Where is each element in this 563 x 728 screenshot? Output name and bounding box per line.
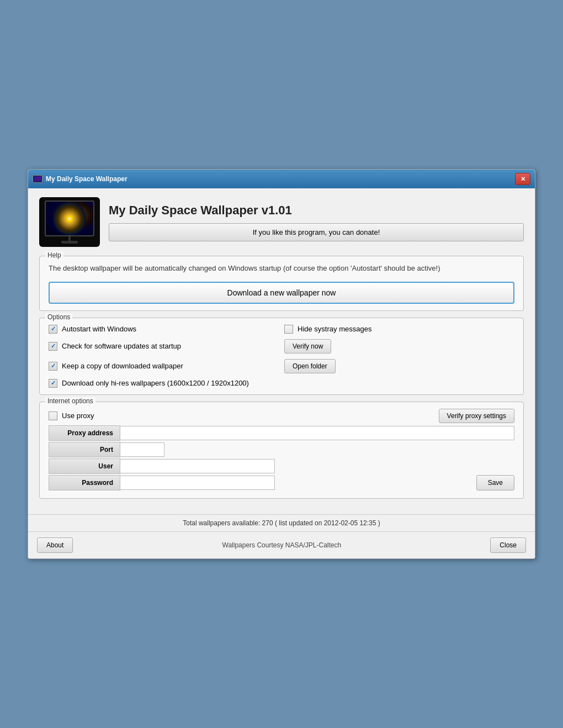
internet-section-label: Internet options — [45, 397, 95, 405]
status-text: Total wallpapers available: 270 ( list u… — [183, 519, 380, 527]
title-bar: My Daily Space Wallpaper ✕ — [28, 170, 535, 188]
app-icon — [39, 197, 100, 247]
monitor-stand — [68, 236, 71, 241]
password-label: Password — [49, 475, 120, 490]
app-title: My Daily Space Wallpaper v1.01 — [109, 203, 524, 218]
monitor-screen — [45, 201, 94, 236]
hires-label: Download only hi-res wallpapers (1600x12… — [62, 379, 249, 387]
proxy-address-input[interactable] — [120, 426, 514, 440]
monitor-base — [61, 241, 78, 244]
check-updates-label: Check for software updates at startup — [62, 342, 181, 350]
header-section: My Daily Space Wallpaper v1.01 If you li… — [39, 197, 524, 247]
verify-now-button[interactable]: Verify now — [284, 339, 331, 354]
port-label: Port — [49, 442, 120, 457]
open-folder-button[interactable]: Open folder — [284, 359, 336, 373]
title-bar-left: My Daily Space Wallpaper — [33, 175, 128, 183]
footer-credit: Wallpapers Courtesy NASA/JPL-Caltech — [73, 541, 490, 549]
use-proxy-label: Use proxy — [62, 412, 94, 420]
proxy-address-row: Proxy address — [49, 425, 514, 441]
user-input[interactable] — [120, 459, 275, 473]
hires-option: Download only hi-res wallpapers (1600x12… — [49, 379, 514, 388]
footer: About Wallpapers Courtesy NASA/JPL-Calte… — [28, 531, 535, 558]
hide-systray-label: Hide systray messages — [298, 325, 371, 333]
options-section-label: Options — [45, 313, 72, 321]
verify-proxy-button[interactable]: Verify proxy settings — [439, 409, 514, 423]
open-folder-container: Open folder — [284, 359, 514, 373]
help-text: The desktop wallpaper will be automatica… — [49, 263, 514, 274]
app-titlebar-icon — [33, 175, 43, 183]
help-section-label: Help — [45, 251, 63, 259]
window-title: My Daily Space Wallpaper — [46, 175, 128, 183]
use-proxy-option: Use proxy — [49, 412, 94, 420]
password-input[interactable] — [120, 476, 275, 490]
download-wallpaper-button[interactable]: Download a new wallpaper now — [49, 282, 514, 304]
footer-close-button[interactable]: Close — [490, 537, 526, 553]
window-close-button[interactable]: ✕ — [515, 173, 530, 185]
check-updates-option: Check for software updates at startup — [49, 342, 279, 351]
proxy-address-label: Proxy address — [49, 425, 120, 441]
user-label: User — [49, 458, 120, 474]
user-row: User — [49, 458, 514, 474]
port-input[interactable] — [120, 442, 164, 457]
password-field-group: Password — [49, 475, 471, 490]
autostart-label: Autostart with Windows — [62, 325, 136, 333]
hide-systray-option: Hide systray messages — [284, 325, 514, 334]
internet-section: Internet options Use proxy Verify proxy … — [39, 402, 524, 499]
check-updates-checkbox[interactable] — [49, 342, 57, 351]
hires-checkbox[interactable] — [49, 379, 57, 388]
save-btn-container: Save — [476, 475, 514, 490]
use-proxy-row: Use proxy Verify proxy settings — [49, 409, 514, 423]
galaxy-image — [53, 202, 86, 235]
keep-copy-option: Keep a copy of downloaded wallpaper — [49, 362, 279, 371]
port-row: Port — [49, 442, 514, 457]
options-section: Options Autostart with Windows Hide syst… — [39, 318, 524, 395]
help-section: Help The desktop wallpaper will be autom… — [39, 256, 524, 311]
password-row: Password Save — [49, 475, 514, 490]
keep-copy-checkbox[interactable] — [49, 362, 57, 371]
status-bar: Total wallpapers available: 270 ( list u… — [28, 514, 535, 531]
save-button[interactable]: Save — [476, 475, 514, 490]
options-grid: Autostart with Windows Hide systray mess… — [49, 325, 514, 388]
keep-copy-label: Keep a copy of downloaded wallpaper — [62, 362, 183, 370]
header-right: My Daily Space Wallpaper v1.01 If you li… — [109, 203, 524, 241]
donate-button[interactable]: If you like this program, you can donate… — [109, 223, 524, 241]
verify-now-container: Verify now — [284, 339, 514, 354]
autostart-option: Autostart with Windows — [49, 325, 279, 334]
main-window: My Daily Space Wallpaper ✕ My Daily Spac… — [28, 169, 535, 559]
about-button[interactable]: About — [37, 537, 73, 553]
hide-systray-checkbox[interactable] — [284, 325, 293, 334]
main-content: My Daily Space Wallpaper v1.01 If you li… — [28, 188, 535, 514]
autostart-checkbox[interactable] — [49, 325, 57, 334]
use-proxy-checkbox[interactable] — [49, 412, 57, 420]
